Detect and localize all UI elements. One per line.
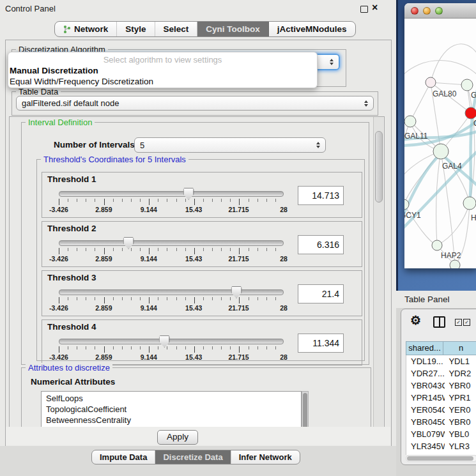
table-data-combobox[interactable]: galFiltered.sif default node	[16, 96, 374, 111]
cell-name[interactable]: YPR1	[445, 392, 476, 404]
tab-select[interactable]: Select	[155, 22, 198, 36]
threshold-panel: Threshold 3 -3.4262.8599.14415.4321.7152…	[42, 270, 362, 316]
network-node[interactable]	[465, 107, 476, 119]
slider-ticks	[59, 248, 284, 254]
cell-shared-name[interactable]: YDL19...	[406, 355, 445, 367]
network-edge[interactable]	[436, 151, 441, 245]
split-columns-icon[interactable]	[433, 316, 445, 328]
number-of-intervals-combobox[interactable]: 5	[134, 137, 326, 153]
slider-track[interactable]	[59, 289, 284, 295]
table-row[interactable]: YBL079WYBL0	[406, 428, 476, 440]
popup-item-manual-discretization[interactable]: Manual Discretization	[8, 65, 317, 76]
cell-shared-name[interactable]: YLR345W	[406, 440, 445, 452]
tab-discretize-data[interactable]: Discretize Data	[155, 450, 231, 464]
scrollbar-thumb[interactable]	[303, 393, 307, 428]
scrollbar-thumb[interactable]	[407, 456, 473, 461]
table-row[interactable]: YER054CYER0	[406, 404, 476, 416]
tab-cyni-toolbox[interactable]: Cyni Toolbox	[197, 22, 269, 36]
network-edge[interactable]	[404, 121, 410, 165]
cell-shared-name[interactable]: YBR045C	[406, 416, 445, 428]
table-row[interactable]: YBR045CYBR0	[406, 416, 476, 428]
column-header-name[interactable]: n	[443, 341, 476, 355]
network-edge[interactable]	[404, 61, 476, 78]
table-panel-body: ⚙ ✓ ✓ shared... n YDL19...YDL1YDR27...YD…	[401, 309, 476, 465]
threshold-slider[interactable]: -3.4262.8599.14415.4321.71528	[59, 236, 284, 264]
attributes-group: Attributes to discretize Numerical Attri…	[21, 367, 371, 428]
attributes-list-scrollbar[interactable]	[302, 391, 309, 428]
cell-shared-name[interactable]: YDR27...	[406, 367, 445, 380]
cell-shared-name[interactable]: YBL079W	[406, 428, 445, 440]
network-node[interactable]	[426, 77, 436, 88]
cell-shared-name[interactable]: YER054C	[406, 404, 445, 416]
table-row[interactable]: YPR145WYPR1	[406, 392, 476, 404]
threshold-value-input[interactable]: 6.316	[298, 235, 344, 254]
threshold-slider[interactable]: -3.4262.8599.14415.4321.71528	[59, 285, 284, 313]
tab-network[interactable]: Network	[55, 22, 117, 36]
network-node[interactable]	[404, 116, 416, 127]
cell-name[interactable]: YBR0	[445, 380, 476, 392]
threshold-slider[interactable]: -3.4262.8599.14415.4321.71528	[59, 187, 284, 215]
slider-track[interactable]	[59, 339, 284, 344]
network-node[interactable]	[461, 79, 473, 91]
tab-jactivemnodules[interactable]: jActiveMNodules	[269, 22, 355, 36]
number-of-intervals-value: 5	[140, 141, 144, 150]
checkbox-icon[interactable]: ✓	[463, 319, 470, 326]
tab-impute-data[interactable]: Impute Data	[92, 450, 155, 464]
table-row[interactable]: YDR27...YDR2	[406, 367, 476, 380]
cell-name[interactable]: YDL1	[445, 355, 476, 367]
cell-name[interactable]: YBL0	[445, 428, 476, 440]
network-node[interactable]	[463, 197, 476, 210]
cell-shared-name[interactable]: YBR043C	[406, 380, 445, 392]
attribute-list-item[interactable]: BetweennessCentrality	[42, 415, 301, 426]
table-row[interactable]: YDL19...YDL1	[406, 355, 476, 367]
threshold-value-input[interactable]: 14.713	[298, 186, 344, 205]
tick-label: 9.144	[141, 206, 157, 213]
network-graph[interactable]: GAL80GACGAL11GAL4HGCY1HAP2	[404, 19, 476, 268]
tab-style[interactable]: Style	[117, 22, 155, 36]
tab-infer-network[interactable]: Infer Network	[231, 450, 300, 464]
float-window-icon[interactable]	[360, 6, 368, 13]
threshold-value-input[interactable]: 11.344	[298, 334, 344, 353]
apply-button[interactable]: Apply	[157, 430, 198, 445]
zoom-window-button[interactable]	[435, 7, 443, 15]
checkbox-icon[interactable]: ✓	[455, 319, 462, 326]
slider-track[interactable]	[59, 191, 284, 197]
network-edge[interactable]	[410, 82, 431, 121]
attribute-list-item[interactable]: SelfLoops	[42, 393, 301, 404]
attribute-list-item[interactable]: TopologicalCoefficient	[42, 404, 301, 415]
panel-vertical-scrollbar[interactable]	[373, 117, 383, 427]
slider-track[interactable]	[59, 240, 284, 246]
network-node[interactable]	[450, 260, 460, 268]
tick-label: 2.859	[95, 304, 112, 312]
table-horizontal-scrollbar[interactable]	[406, 455, 476, 462]
cell-name[interactable]: YDR2	[445, 367, 476, 380]
cell-name[interactable]: YER0	[445, 404, 476, 416]
threshold-value-input[interactable]: 21.4	[298, 284, 344, 303]
close-icon[interactable]: ×	[372, 1, 378, 14]
control-panel-titlebar: Control Panel ×	[0, 0, 396, 17]
network-window-titlebar[interactable]	[404, 3, 476, 19]
close-window-button[interactable]	[411, 7, 418, 15]
tick-label: 28	[280, 304, 288, 312]
cell-name[interactable]: YBR0	[445, 416, 476, 428]
cell-shared-name[interactable]: YPR145W	[406, 392, 445, 404]
popup-item-equal-width[interactable]: Equal Width/Frequency Discretization	[8, 76, 317, 87]
tab-network-label: Network	[74, 24, 108, 34]
network-canvas[interactable]: GAL80GACGAL11GAL4HGCY1HAP2	[404, 19, 476, 268]
minimize-window-button[interactable]	[423, 7, 431, 15]
network-node[interactable]	[433, 144, 449, 159]
network-edge[interactable]	[431, 44, 476, 82]
slider-ticks	[59, 297, 284, 303]
threshold-slider[interactable]: -3.4262.8599.14415.4321.71528	[59, 334, 284, 362]
table-row[interactable]: YBR043CYBR0	[406, 380, 476, 392]
column-header-shared-name[interactable]: shared...	[406, 341, 443, 355]
cell-name[interactable]: YLR3	[445, 440, 476, 452]
network-node[interactable]	[432, 240, 442, 250]
slider-tick-labels: -3.4262.8599.14415.4321.71528	[59, 206, 284, 213]
table-row[interactable]: YLR345WYLR3	[406, 440, 476, 452]
numerical-attributes-list[interactable]: SelfLoopsTopologicalCoefficientBetweenne…	[41, 391, 302, 428]
network-edge[interactable]	[437, 203, 470, 245]
scrollbar-thumb[interactable]	[375, 131, 383, 203]
gear-icon[interactable]: ⚙	[410, 314, 421, 328]
tick-label: -3.426	[49, 255, 68, 263]
